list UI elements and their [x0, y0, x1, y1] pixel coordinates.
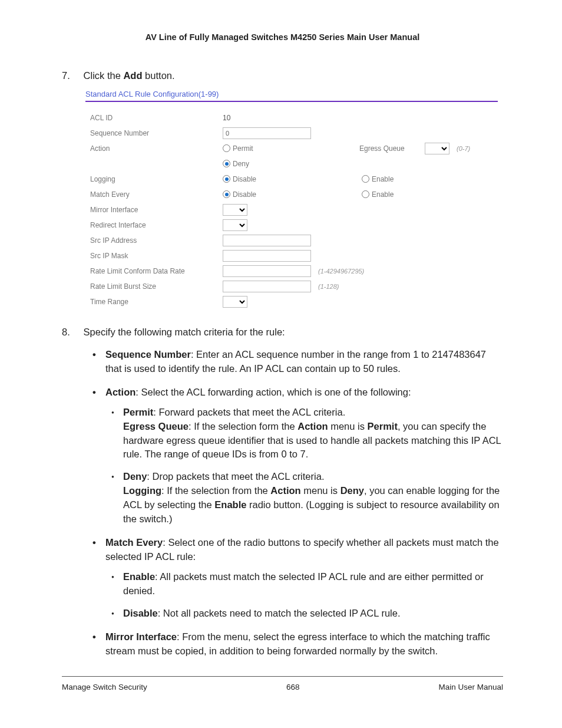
logging-enable-radio[interactable]: Enable	[362, 175, 394, 183]
rate-burst-hint: (1-128)	[318, 283, 339, 290]
footer-divider	[62, 676, 503, 677]
row-rate-burst: Rate Limit Burst Size (1-128)	[90, 279, 498, 294]
action-deny-radio[interactable]: Deny	[223, 160, 249, 168]
label-time-range: Time Range	[90, 298, 223, 306]
value-acl-id: 10	[223, 114, 230, 122]
row-seq-num: Sequence Number	[90, 126, 498, 140]
row-action-deny: Deny	[90, 156, 498, 171]
radio-icon	[362, 175, 369, 183]
footer-right: Main User Manual	[438, 683, 503, 691]
step-8-text: Specify the following match criteria for…	[84, 327, 285, 337]
panel-title: Standard ACL Rule Configuration(1-99)	[85, 90, 498, 102]
step-7-num: 7.	[62, 70, 81, 81]
list-item: Match Every: Select one of the radio but…	[92, 536, 503, 621]
radio-icon	[362, 190, 369, 198]
match-every-disable-radio[interactable]: Disable	[223, 190, 256, 199]
row-rate-data: Rate Limit Conform Data Rate (1-42949672…	[90, 263, 498, 278]
src-ip-mask-input[interactable]	[223, 250, 311, 262]
redirect-interface-select[interactable]	[223, 219, 247, 231]
egress-queue-hint: (0-7)	[457, 145, 470, 152]
row-time-range: Time Range	[90, 294, 498, 309]
rate-burst-input[interactable]	[223, 281, 311, 292]
list-item: Permit: Forward packets that meet the AC…	[109, 406, 503, 462]
row-redirect-interface: Redirect Interface	[90, 218, 498, 232]
label-seq-num: Sequence Number	[90, 129, 223, 137]
radio-icon	[223, 175, 230, 183]
label-redirect-interface: Redirect Interface	[90, 221, 223, 229]
footer: Manage Switch Security 668 Main User Man…	[62, 683, 503, 691]
row-src-ip: Src IP Address	[90, 233, 498, 248]
row-mirror-interface: Mirror Interface	[90, 202, 498, 217]
match-criteria-list: Sequence Number: Enter an ACL sequence n…	[92, 348, 503, 658]
list-item: Deny: Drop packets that meet the ACL cri…	[109, 470, 503, 526]
acl-config-panel: Standard ACL Rule Configuration(1-99) AC…	[85, 90, 498, 309]
match-every-enable-radio[interactable]: Enable	[362, 190, 394, 199]
label-egress-queue: Egress Queue	[359, 144, 421, 153]
sequence-number-input[interactable]	[223, 127, 311, 139]
radio-icon	[223, 160, 230, 167]
action-permit-radio[interactable]: Permit	[223, 144, 253, 153]
time-range-select[interactable]	[223, 296, 247, 308]
radio-icon	[223, 190, 230, 198]
label-match-every: Match Every	[90, 190, 223, 199]
list-item: Mirror Interface: From the menu, select …	[92, 630, 503, 658]
radio-icon	[223, 144, 230, 152]
step-8-num: 8.	[62, 325, 81, 340]
label-rate-burst: Rate Limit Burst Size	[90, 282, 223, 291]
row-acl-id: ACL ID 10	[90, 110, 498, 125]
rate-data-input[interactable]	[223, 265, 311, 277]
label-src-ip-mask: Src IP Mask	[90, 252, 223, 260]
label-acl-id: ACL ID	[90, 114, 223, 122]
row-action: Action Permit Egress Queue (0-7)	[90, 141, 498, 156]
list-item: Enable: All packets must match the selec…	[109, 570, 503, 598]
list-item: Disable: Not all packets need to match t…	[109, 607, 503, 621]
src-ip-input[interactable]	[223, 235, 311, 246]
egress-queue-select[interactable]	[425, 143, 449, 154]
list-item: Sequence Number: Enter an ACL sequence n…	[92, 348, 503, 376]
doc-header-title: AV Line of Fully Managed Switches M4250 …	[62, 32, 503, 42]
step-7-text: Click the Add button.	[84, 70, 175, 81]
rate-data-hint: (1-4294967295)	[318, 268, 364, 275]
page-number: 668	[286, 683, 300, 691]
label-mirror-interface: Mirror Interface	[90, 206, 223, 214]
label-rate-data: Rate Limit Conform Data Rate	[90, 267, 223, 275]
mirror-interface-select[interactable]	[223, 204, 247, 216]
step-8: 8. Specify the following match criteria …	[62, 325, 503, 340]
step-7: 7. Click the Add button.	[62, 70, 503, 81]
label-src-ip: Src IP Address	[90, 236, 223, 245]
list-item: Action: Select the ACL forwarding action…	[92, 386, 503, 526]
label-logging: Logging	[90, 175, 223, 183]
logging-disable-radio[interactable]: Disable	[223, 175, 256, 183]
row-src-ip-mask: Src IP Mask	[90, 248, 498, 263]
label-action: Action	[90, 144, 223, 153]
row-logging: Logging Disable Enable	[90, 172, 498, 186]
row-match-every: Match Every Disable Enable	[90, 187, 498, 202]
footer-left: Manage Switch Security	[62, 683, 147, 691]
